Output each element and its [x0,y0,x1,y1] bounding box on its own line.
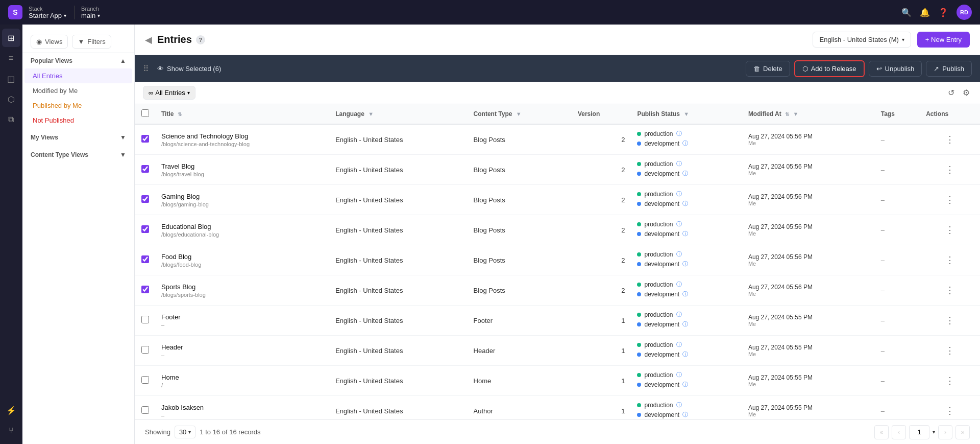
entry-title[interactable]: Travel Blog [161,162,323,170]
status-info-icon[interactable]: ⓘ [682,139,688,147]
search-icon[interactable]: 🔍 [901,8,912,17]
row-more-button[interactable]: ⋮ [942,404,958,417]
content-type-filter-icon[interactable]: ▼ [516,111,522,117]
row-checkbox[interactable] [141,346,149,354]
th-modified-at[interactable]: Modified At ⇅ ▼ [742,104,875,124]
sidebar-icon-branch[interactable]: ⑂ [2,422,20,440]
sidebar-icon-puzzle[interactable]: ⬡ [2,90,20,108]
views-button[interactable]: ◉ Views [31,35,68,49]
language-selector[interactable]: English - United States (M) ▾ [813,32,911,48]
entry-title[interactable]: Food Blog [161,253,323,261]
row-more-button[interactable]: ⋮ [942,284,958,297]
row-checkbox[interactable] [141,225,149,233]
entry-title[interactable]: Gaming Blog [161,193,323,200]
status-info-icon[interactable]: ⓘ [676,401,682,409]
sidebar-icon-list[interactable]: ≡ [2,49,20,67]
status-info-icon[interactable]: ⓘ [676,130,682,137]
status-info-icon[interactable]: ⓘ [682,170,688,177]
sidebar-icon-grid[interactable]: ⊞ [2,29,20,47]
entry-title[interactable]: Footer [161,313,323,321]
select-all-header[interactable] [135,104,155,124]
status-info-icon[interactable]: ⓘ [682,320,688,328]
nav-item-modified-by-me[interactable]: Modified by Me [24,83,132,98]
page-size-selector[interactable]: 30 ▾ [175,426,195,438]
filters-button[interactable]: ▼ Filters [72,35,111,49]
status-info-icon[interactable]: ⓘ [676,341,682,348]
entry-title[interactable]: Sports Blog [161,283,323,291]
status-info-icon[interactable]: ⓘ [676,250,682,258]
new-entry-button[interactable]: + New Entry [917,32,970,48]
select-all-checkbox[interactable] [141,109,149,117]
drag-handle-icon[interactable]: ⠿ [143,64,149,74]
settings-button[interactable]: ⚙ [961,86,972,100]
first-page-button[interactable]: « [874,425,889,439]
unpublish-button[interactable]: ↩ Unpublish [869,61,922,77]
entry-title[interactable]: Home [161,373,323,381]
status-info-icon[interactable]: ⓘ [682,200,688,207]
content-type-views-toggle[interactable]: Content Type Views ▼ [22,147,134,162]
status-info-icon[interactable]: ⓘ [676,371,682,379]
status-info-icon[interactable]: ⓘ [676,190,682,198]
branch-name[interactable]: main ▾ [81,12,100,19]
user-avatar[interactable]: RD [957,5,972,20]
row-more-button[interactable]: ⋮ [942,314,958,327]
last-page-button[interactable]: » [955,425,970,439]
help-icon[interactable]: ❓ [938,8,948,17]
status-info-icon[interactable]: ⓘ [676,281,682,288]
row-more-button[interactable]: ⋮ [942,193,958,206]
all-entries-selector[interactable]: ∞ All Entries ▾ [143,86,195,100]
popular-views-toggle[interactable]: Popular Views ▲ [22,53,134,68]
row-more-button[interactable]: ⋮ [942,344,958,357]
entry-title[interactable]: Educational Blog [161,223,323,230]
prev-page-button[interactable]: ‹ [892,425,906,439]
status-info-icon[interactable]: ⓘ [682,381,688,388]
nav-item-not-published[interactable]: Not Published [24,113,132,128]
entry-path: /blogs/gaming-blog [161,201,323,207]
next-page-button[interactable]: › [938,425,952,439]
status-info-icon[interactable]: ⓘ [676,160,682,168]
delete-button[interactable]: 🗑 Delete [746,61,790,77]
status-info-icon[interactable]: ⓘ [676,311,682,318]
status-info-icon[interactable]: ⓘ [682,290,688,298]
row-more-button[interactable]: ⋮ [942,253,958,267]
entry-title[interactable]: Header [161,343,323,351]
row-version-cell: 1 [572,396,631,420]
my-views-toggle[interactable]: My Views ▼ [22,130,134,145]
sidebar-icon-layers[interactable]: ◫ [2,69,20,88]
publish-status-filter-icon[interactable]: ▼ [683,111,689,117]
sidebar-icon-stack[interactable]: ⧉ [2,110,20,129]
row-checkbox[interactable] [141,135,149,143]
language-filter-icon[interactable]: ▼ [368,111,374,117]
row-checkbox[interactable] [141,286,149,293]
entry-title[interactable]: Science and Technology Blog [161,132,323,140]
back-arrow-icon[interactable]: ◀ [145,34,152,45]
app-name[interactable]: Starter App ▾ [29,12,66,19]
row-checkbox[interactable] [141,255,149,263]
row-checkbox[interactable] [141,165,149,173]
status-info-icon[interactable]: ⓘ [682,411,688,418]
status-info-icon[interactable]: ⓘ [682,260,688,268]
row-more-button[interactable]: ⋮ [942,133,958,146]
status-info-icon[interactable]: ⓘ [682,350,688,358]
modified-at-filter-icon[interactable]: ▼ [793,111,798,117]
bell-icon[interactable]: 🔔 [920,8,930,17]
add-to-release-button[interactable]: ⬡ Add to Release [794,60,865,77]
help-circle-icon[interactable]: ? [196,35,205,44]
row-checkbox[interactable] [141,376,149,384]
row-checkbox[interactable] [141,406,149,414]
row-checkbox[interactable] [141,316,149,323]
row-more-button[interactable]: ⋮ [942,163,958,176]
row-checkbox[interactable] [141,195,149,203]
row-more-button[interactable]: ⋮ [942,223,958,237]
page-number-input[interactable] [909,425,929,439]
status-info-icon[interactable]: ⓘ [676,220,682,228]
th-title[interactable]: Title ⇅ [155,104,329,124]
refresh-button[interactable]: ↺ [946,86,957,100]
entry-title[interactable]: Jakob Isaksen [161,404,323,411]
nav-item-all-entries[interactable]: All Entries [24,68,132,83]
publish-button[interactable]: ↗ Publish [926,61,972,77]
status-info-icon[interactable]: ⓘ [682,230,688,238]
row-more-button[interactable]: ⋮ [942,374,958,387]
nav-item-published-by-me[interactable]: Published by Me [24,98,132,113]
sidebar-icon-lightning[interactable]: ⚡ [2,401,20,419]
